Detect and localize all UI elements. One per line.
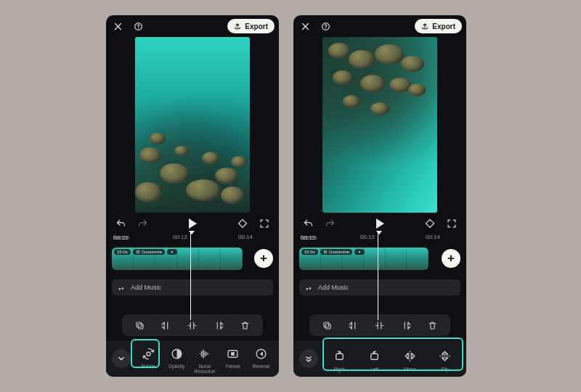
reverse-icon <box>253 345 270 362</box>
timecode-mark-b: 00:14 <box>426 234 440 240</box>
svg-rect-14 <box>426 219 434 227</box>
undo-icon[interactable] <box>113 216 128 231</box>
tool-strip: Rotate Opacity Noise Reduction <box>135 343 279 375</box>
play-button[interactable] <box>189 219 197 229</box>
duplicate-icon[interactable] <box>131 317 148 334</box>
tool-opacity[interactable]: Opacity <box>163 343 190 369</box>
video-clip[interactable]: 15.0s Customize <box>299 248 428 270</box>
tool-reverse[interactable]: Reverse <box>248 343 275 369</box>
freeze-icon <box>224 345 242 362</box>
svg-rect-5 <box>137 322 142 327</box>
clip-audio-badge[interactable] <box>167 249 177 255</box>
svg-rect-20 <box>371 354 378 359</box>
rotate-icon <box>139 345 157 362</box>
add-clip-button[interactable]: + <box>254 249 273 268</box>
timecode-mark-a: 00:12 <box>360 234 375 240</box>
video-preview-area <box>106 36 279 214</box>
svg-point-4 <box>137 251 138 252</box>
keyframe-icon[interactable] <box>423 216 437 231</box>
play-button[interactable] <box>376 219 384 229</box>
svg-point-7 <box>147 352 150 356</box>
comparison-stage: Export <box>0 0 581 392</box>
close-icon[interactable] <box>298 19 312 33</box>
collapse-toolbar-button[interactable] <box>299 349 318 368</box>
noise-reduction-icon <box>196 345 214 362</box>
clip-customize-badge[interactable]: Customize <box>133 249 165 255</box>
delete-icon[interactable] <box>237 317 254 334</box>
clip-customize-badge[interactable]: Customize <box>320 249 352 255</box>
redo-icon[interactable] <box>322 216 337 231</box>
add-music-row[interactable]: Add Music <box>299 279 460 295</box>
close-icon[interactable] <box>110 19 125 33</box>
svg-rect-19 <box>336 354 344 359</box>
clip-duration-badge: 15.0s <box>301 249 318 255</box>
export-button[interactable]: Export <box>415 19 462 33</box>
playhead[interactable] <box>190 233 191 320</box>
split-left-icon[interactable] <box>158 317 175 334</box>
tool-rotate-left[interactable]: Left <box>358 346 392 372</box>
fullscreen-icon[interactable] <box>444 216 459 231</box>
help-icon[interactable] <box>131 19 145 33</box>
timecode-current: 00:13 / 00:15 <box>113 234 115 240</box>
mirror-icon <box>401 348 418 365</box>
editor-screen-left: Export <box>106 15 279 377</box>
timecode-row: 00:13 / 00:15 00:12 00:14 <box>293 233 466 245</box>
rotate-left-icon <box>366 348 383 365</box>
tool-mirror[interactable]: Mirror <box>393 346 427 372</box>
tool-flip[interactable]: Flip <box>428 346 463 372</box>
tool-rotate[interactable]: Rotate <box>135 343 162 369</box>
svg-rect-18 <box>325 324 330 329</box>
music-note-icon <box>118 284 126 292</box>
add-clip-button[interactable]: + <box>442 249 460 268</box>
undo-icon[interactable] <box>301 216 315 231</box>
split-left-icon[interactable] <box>345 317 362 334</box>
split-right-icon[interactable] <box>397 317 415 334</box>
export-label: Export <box>245 23 268 30</box>
split-icon[interactable] <box>184 317 201 334</box>
export-label: Export <box>432 23 455 30</box>
svg-rect-2 <box>239 219 247 227</box>
top-bar: Export <box>106 15 279 36</box>
add-music-row[interactable]: Add Music <box>112 279 273 295</box>
timecode-row: 00:13 / 00:15 00:12 00:14 <box>106 233 279 245</box>
redo-icon[interactable] <box>135 216 150 231</box>
tool-noise-reduction[interactable]: Noise Reduction <box>192 343 219 375</box>
editor-screen-right: Export <box>293 15 466 377</box>
rotate-right-icon <box>330 348 348 365</box>
music-note-icon <box>305 284 313 292</box>
collapse-toolbar-button[interactable] <box>112 349 131 368</box>
clip-duration-badge: 15.0s <box>114 249 131 255</box>
help-icon[interactable] <box>318 19 333 33</box>
tool-freeze[interactable]: Freeze <box>219 343 246 369</box>
keyframe-icon[interactable] <box>235 216 250 231</box>
opacity-icon <box>168 345 185 362</box>
video-preview[interactable] <box>135 37 250 213</box>
svg-rect-6 <box>138 324 143 329</box>
timeline[interactable]: 15.0s Customize + <box>106 245 279 275</box>
video-clip[interactable]: 15.0s Customize <box>112 248 243 270</box>
timeline[interactable]: 15.0s Customize + <box>293 245 466 275</box>
export-icon <box>421 23 428 30</box>
edit-actions-row <box>122 314 263 336</box>
video-preview-area <box>293 36 466 214</box>
top-bar: Export <box>293 15 466 36</box>
split-right-icon[interactable] <box>210 317 227 334</box>
timecode-mark-a: 00:12 <box>173 234 187 240</box>
playhead[interactable] <box>378 233 378 320</box>
tool-rotate-right[interactable]: Right <box>322 346 357 372</box>
fullscreen-icon[interactable] <box>257 216 272 231</box>
video-preview[interactable] <box>322 37 437 213</box>
clip-audio-badge[interactable] <box>354 249 365 255</box>
svg-rect-17 <box>324 322 329 327</box>
bottom-toolbar: Rotate Opacity Noise Reduction <box>106 340 279 377</box>
duplicate-icon[interactable] <box>318 317 336 334</box>
svg-point-16 <box>325 251 325 252</box>
delete-icon[interactable] <box>424 317 442 334</box>
add-music-label: Add Music <box>318 284 349 291</box>
svg-point-1 <box>137 28 138 28</box>
edit-actions-row <box>309 314 450 336</box>
flip-icon <box>436 348 454 365</box>
split-icon[interactable] <box>371 317 389 334</box>
timecode-current: 00:13 / 00:15 <box>301 234 302 240</box>
export-button[interactable]: Export <box>227 19 275 33</box>
